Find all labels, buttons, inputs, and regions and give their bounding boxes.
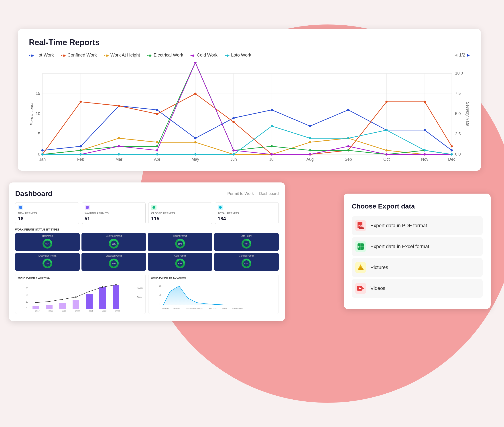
waiting-permits-icon xyxy=(85,205,90,210)
svg-text:0: 0 xyxy=(159,303,160,305)
legend-loto-work: Loto Work xyxy=(225,53,251,58)
svg-point-158 xyxy=(102,286,103,288)
svg-point-115 xyxy=(219,206,222,209)
svg-marker-188 xyxy=(362,287,364,290)
pdf-icon: PDF xyxy=(355,220,366,231)
legend-dot-cold-work xyxy=(190,55,195,56)
legend-dot-confined-work xyxy=(61,55,66,56)
svg-text:40: 40 xyxy=(159,285,162,288)
donut-hot-permit: Hot Permit 65% xyxy=(15,233,80,251)
waiting-permits-label: WAITING PERMITS xyxy=(85,212,143,215)
svg-text:57%: 57% xyxy=(112,263,116,265)
svg-point-47 xyxy=(309,125,311,127)
svg-text:2021: 2021 xyxy=(89,310,93,312)
stat-new-permits: NEW PERMITS 18 xyxy=(15,202,79,224)
svg-text:X: X xyxy=(358,246,359,248)
legend-confined-work: Confined Work xyxy=(61,53,97,58)
chart-svg: Permit count Severity Rate xyxy=(29,62,470,164)
svg-point-114 xyxy=(153,206,155,209)
svg-text:5: 5 xyxy=(38,132,40,136)
nav-dashboard[interactable]: Dashboard xyxy=(259,191,279,196)
export-pdf-label: Export data in PDF format xyxy=(370,223,427,229)
svg-text:20: 20 xyxy=(26,294,29,296)
svg-point-54 xyxy=(118,105,120,107)
export-excel-label: Export data in Excel format xyxy=(370,244,429,249)
svg-text:0.0: 0.0 xyxy=(455,152,461,156)
svg-rect-149 xyxy=(73,300,79,309)
svg-text:Fujairah: Fujairah xyxy=(162,307,169,309)
donut-label-excavation: Excavation Permit xyxy=(39,255,56,257)
svg-text:Jun: Jun xyxy=(230,157,237,161)
export-excel-item[interactable]: X Export data in Excel format xyxy=(352,237,483,256)
svg-text:50%: 50% xyxy=(137,296,142,299)
svg-rect-152 xyxy=(113,285,119,309)
page-indicator: 1/2 xyxy=(459,53,465,58)
svg-text:Ajman: Ajman xyxy=(198,307,203,309)
svg-text:10: 10 xyxy=(36,112,40,116)
svg-text:Oct: Oct xyxy=(383,157,390,161)
svg-text:64%: 64% xyxy=(244,263,248,265)
new-permits-label: NEW PERMITS xyxy=(18,212,76,215)
svg-point-83 xyxy=(309,149,311,152)
svg-point-53 xyxy=(79,100,82,103)
svg-point-97 xyxy=(385,153,388,156)
svg-point-95 xyxy=(309,153,311,156)
line-chart: Permit count Severity Rate xyxy=(29,62,470,164)
svg-point-55 xyxy=(156,113,158,115)
svg-point-50 xyxy=(424,129,426,131)
legend-electrical-work: Electrical Work xyxy=(147,53,183,58)
stat-total-permits: TOTAL PERMITS 184 xyxy=(215,202,279,224)
stat-closed-permits: CLOSED PERMITS 115 xyxy=(148,202,212,224)
svg-point-98 xyxy=(424,153,426,156)
svg-text:30: 30 xyxy=(26,287,29,290)
waiting-permits-value: 51 xyxy=(85,216,143,222)
svg-text:Severity Rate: Severity Rate xyxy=(465,102,470,126)
svg-text:2019: 2019 xyxy=(62,310,66,312)
svg-point-159 xyxy=(115,284,117,285)
svg-point-48 xyxy=(347,109,349,111)
legend-dot-work-at-height xyxy=(104,55,109,56)
legend-label-electrical-work: Electrical Work xyxy=(154,53,183,58)
total-permits-value: 184 xyxy=(218,216,276,222)
svg-text:Jan: Jan xyxy=(39,157,46,161)
legend-label-confined-work: Confined Work xyxy=(68,53,97,58)
stat-waiting-permits: WAITING PERMITS 51 xyxy=(82,202,146,224)
export-pdf-item[interactable]: PDF Export data in PDF format xyxy=(352,216,483,235)
donut-grid: Hot Permit 65% Confined Permit 53% Heigh… xyxy=(15,233,279,271)
chart-legend: Hot Work Confined Work Work At Height El… xyxy=(29,53,470,58)
next-page-icon[interactable]: ▶ xyxy=(467,53,470,57)
svg-text:Sharjah: Sharjah xyxy=(173,307,180,309)
export-videos-item[interactable]: Videos xyxy=(352,279,483,298)
legend-work-at-height: Work At Height xyxy=(104,53,140,58)
export-pictures-item[interactable]: Pictures xyxy=(352,258,483,277)
legend-label-loto-work: Loto Work xyxy=(231,53,251,58)
svg-point-92 xyxy=(194,62,197,64)
closed-permits-icon xyxy=(151,205,156,210)
donut-label-loto: Loto Permit xyxy=(241,235,252,237)
svg-point-63 xyxy=(450,145,453,147)
svg-text:Apr: Apr xyxy=(154,157,160,161)
svg-point-101 xyxy=(79,153,82,156)
svg-text:Nov: Nov xyxy=(421,157,428,161)
dashboard-nav: Permit to Work Dashboard xyxy=(227,191,279,196)
svg-rect-150 xyxy=(86,294,93,309)
total-permits-icon xyxy=(218,205,223,210)
location-chart: WORK PERMIT BY LOCATION 40 20 0 Fujairah xyxy=(148,274,279,314)
reports-title: Real-Time Reports xyxy=(29,38,470,47)
pagination-control[interactable]: ◀ 1/2 ▶ xyxy=(455,53,470,58)
svg-point-100 xyxy=(41,153,44,156)
svg-point-44 xyxy=(194,137,197,139)
svg-point-84 xyxy=(347,149,349,152)
svg-text:Feb: Feb xyxy=(77,157,84,161)
svg-point-96 xyxy=(347,145,349,147)
svg-point-91 xyxy=(156,149,158,152)
donut-label-hot: Hot Permit xyxy=(42,235,53,237)
svg-rect-148 xyxy=(59,303,66,309)
reports-card: Real-Time Reports Hot Work Confined Work… xyxy=(18,29,481,171)
svg-point-51 xyxy=(450,149,453,152)
svg-point-157 xyxy=(89,291,90,292)
svg-text:0: 0 xyxy=(26,307,27,310)
svg-text:20: 20 xyxy=(159,294,162,296)
nav-permit-to-work[interactable]: Permit to Work xyxy=(227,191,254,196)
prev-page-icon[interactable]: ◀ xyxy=(455,53,457,57)
